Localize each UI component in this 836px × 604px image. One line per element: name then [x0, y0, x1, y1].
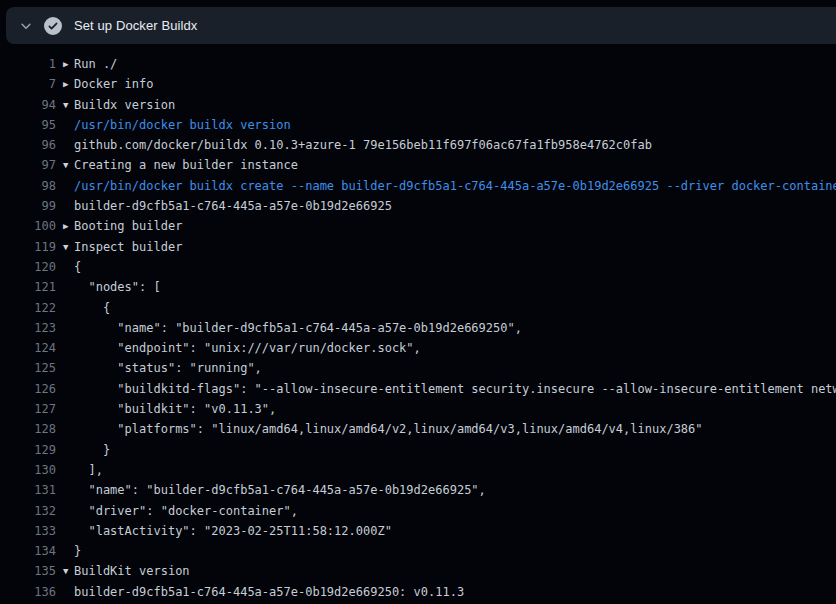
chevron-down-icon: ▼	[56, 561, 74, 581]
log-text: "lastActivity": "2023-02-25T11:58:12.000…	[74, 521, 392, 541]
log-row: 127 "buildkit": "v0.11.3",	[0, 399, 836, 419]
log-text: github.com/docker/buildx 0.10.3+azure-1 …	[74, 135, 652, 155]
log-row: 133 "lastActivity": "2023-02-25T11:58:12…	[0, 521, 836, 541]
marker-spacer	[56, 176, 74, 196]
step-title: Set up Docker Buildx	[74, 18, 197, 33]
log-text: "driver": "docker-container",	[74, 501, 298, 521]
log-text: }	[74, 440, 110, 460]
log-text: "status": "running",	[74, 358, 262, 378]
log-text: "name": "builder-d9cfb5a1-c764-445a-a57e…	[74, 480, 486, 500]
line-number[interactable]: 131	[0, 480, 56, 500]
log-text: Booting builder	[74, 216, 182, 236]
line-number[interactable]: 99	[0, 196, 56, 216]
line-number[interactable]: 120	[0, 257, 56, 277]
line-number[interactable]: 96	[0, 135, 56, 155]
chevron-right-icon: ▶	[56, 74, 74, 94]
log-row: 99builder-d9cfb5a1-c764-445a-a57e-0b19d2…	[0, 196, 836, 216]
log-text: "platforms": "linux/amd64,linux/amd64/v2…	[74, 419, 703, 439]
log-viewer: 1▶Run ./7▶Docker info94▼Buildx version95…	[0, 44, 836, 602]
log-row: 98/usr/bin/docker buildx create --name b…	[0, 176, 836, 196]
log-row: 130 ],	[0, 460, 836, 480]
log-row: 136builder-d9cfb5a1-c764-445a-a57e-0b19d…	[0, 582, 836, 602]
log-text: builder-d9cfb5a1-c764-445a-a57e-0b19d2e6…	[74, 196, 392, 216]
log-text: {	[74, 257, 81, 277]
marker-spacer	[56, 541, 74, 561]
log-group-row[interactable]: 7▶Docker info	[0, 74, 836, 94]
log-text: "endpoint": "unix:///var/run/docker.sock…	[74, 338, 421, 358]
step-header[interactable]: Set up Docker Buildx	[6, 7, 836, 44]
marker-spacer	[56, 338, 74, 358]
marker-spacer	[56, 480, 74, 500]
log-row: 120{	[0, 257, 836, 277]
log-row: 128 "platforms": "linux/amd64,linux/amd6…	[0, 419, 836, 439]
line-number[interactable]: 130	[0, 460, 56, 480]
log-text: ],	[74, 460, 103, 480]
marker-spacer	[56, 379, 74, 399]
log-row: 132 "driver": "docker-container",	[0, 501, 836, 521]
marker-spacer	[56, 196, 74, 216]
line-number[interactable]: 95	[0, 115, 56, 135]
chevron-down-icon: ▼	[56, 95, 74, 115]
log-group-row[interactable]: 97▼Creating a new builder instance	[0, 155, 836, 175]
line-number[interactable]: 129	[0, 440, 56, 460]
marker-spacer	[56, 460, 74, 480]
line-number[interactable]: 123	[0, 318, 56, 338]
log-group-row[interactable]: 1▶Run ./	[0, 54, 836, 74]
line-number[interactable]: 128	[0, 419, 56, 439]
line-number[interactable]: 133	[0, 521, 56, 541]
line-number[interactable]: 100	[0, 216, 56, 236]
line-number[interactable]: 94	[0, 95, 56, 115]
log-text: "buildkitd-flags": "--allow-insecure-ent…	[74, 379, 836, 399]
marker-spacer	[56, 115, 74, 135]
log-text: Creating a new builder instance	[74, 155, 298, 175]
line-number[interactable]: 127	[0, 399, 56, 419]
marker-spacer	[56, 521, 74, 541]
log-text: builder-d9cfb5a1-c764-445a-a57e-0b19d2e6…	[74, 582, 464, 602]
line-number[interactable]: 124	[0, 338, 56, 358]
log-group-row[interactable]: 119▼Inspect builder	[0, 237, 836, 257]
line-number[interactable]: 7	[0, 74, 56, 94]
marker-spacer	[56, 419, 74, 439]
log-text: "buildkit": "v0.11.3",	[74, 399, 276, 419]
chevron-down-icon: ▼	[56, 155, 74, 175]
line-number[interactable]: 135	[0, 561, 56, 581]
line-number[interactable]: 98	[0, 176, 56, 196]
log-row: 125 "status": "running",	[0, 358, 836, 378]
log-text: "nodes": [	[74, 277, 161, 297]
line-number[interactable]: 136	[0, 582, 56, 602]
log-group-row[interactable]: 94▼Buildx version	[0, 95, 836, 115]
log-row: 96github.com/docker/buildx 0.10.3+azure-…	[0, 135, 836, 155]
log-text: {	[74, 298, 110, 318]
marker-spacer	[56, 358, 74, 378]
log-group-row[interactable]: 135▼BuildKit version	[0, 561, 836, 581]
chevron-right-icon: ▶	[56, 216, 74, 236]
log-row: 122 {	[0, 298, 836, 318]
line-number[interactable]: 119	[0, 237, 56, 257]
log-text: Docker info	[74, 74, 153, 94]
line-number[interactable]: 97	[0, 155, 56, 175]
line-number[interactable]: 126	[0, 379, 56, 399]
log-row: 123 "name": "builder-d9cfb5a1-c764-445a-…	[0, 318, 836, 338]
marker-spacer	[56, 399, 74, 419]
line-number[interactable]: 122	[0, 298, 56, 318]
log-row: 131 "name": "builder-d9cfb5a1-c764-445a-…	[0, 480, 836, 500]
line-number[interactable]: 121	[0, 277, 56, 297]
marker-spacer	[56, 257, 74, 277]
chevron-right-icon: ▶	[56, 54, 74, 74]
line-number[interactable]: 125	[0, 358, 56, 378]
log-row: 124 "endpoint": "unix:///var/run/docker.…	[0, 338, 836, 358]
check-circle-icon	[44, 17, 62, 35]
log-text: BuildKit version	[74, 561, 190, 581]
line-number[interactable]: 134	[0, 541, 56, 561]
log-group-row[interactable]: 100▶Booting builder	[0, 216, 836, 236]
log-text: Buildx version	[74, 95, 175, 115]
log-row: 95/usr/bin/docker buildx version	[0, 115, 836, 135]
chevron-down-icon[interactable]	[18, 18, 33, 33]
marker-spacer	[56, 318, 74, 338]
line-number[interactable]: 1	[0, 54, 56, 74]
log-text: Inspect builder	[74, 237, 182, 257]
log-row: 121 "nodes": [	[0, 277, 836, 297]
line-number[interactable]: 132	[0, 501, 56, 521]
log-lines: 1▶Run ./7▶Docker info94▼Buildx version95…	[0, 54, 836, 602]
chevron-down-icon: ▼	[56, 237, 74, 257]
